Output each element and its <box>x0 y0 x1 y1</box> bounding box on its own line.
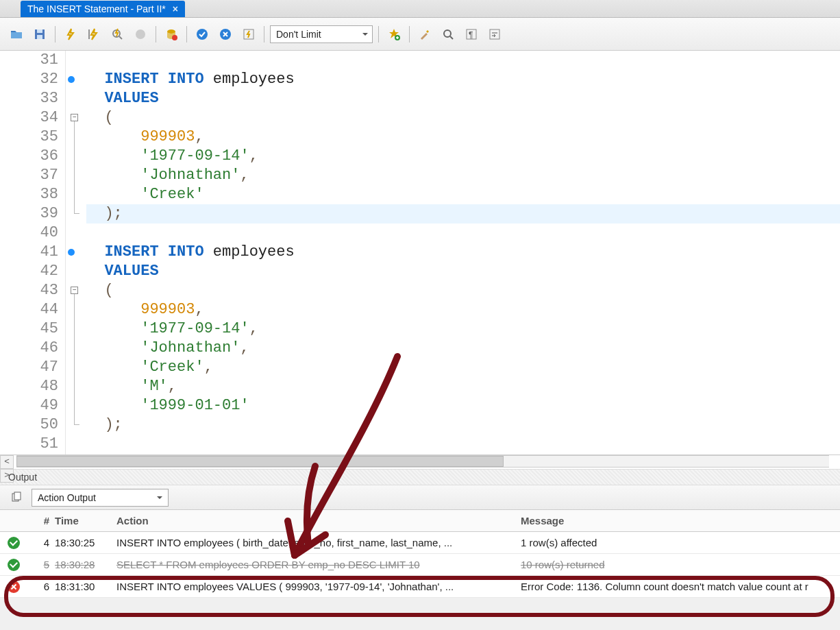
stop-icon[interactable] <box>131 25 150 44</box>
success-icon <box>8 559 20 571</box>
apply-icon[interactable] <box>193 25 212 44</box>
toolbar-separator <box>378 26 379 43</box>
col-message: Message <box>521 515 840 526</box>
sql-editor[interactable]: 3132333435363738394041424344454647484950… <box>0 51 840 455</box>
output-panel-label: Output <box>0 469 840 485</box>
save-icon[interactable] <box>30 25 49 44</box>
limit-select[interactable]: Don't Limit <box>270 25 373 43</box>
svg-rect-16 <box>14 492 21 500</box>
error-icon <box>8 581 20 593</box>
limit-value: Don't Limit <box>276 29 321 40</box>
output-row[interactable]: 418:30:25INSERT INTO employees ( birth_d… <box>0 532 840 554</box>
scrollbar-track[interactable] <box>16 455 829 468</box>
horizontal-scrollbar[interactable]: < > <box>0 455 840 469</box>
svg-rect-1 <box>37 29 42 33</box>
svg-point-5 <box>167 29 175 34</box>
svg-point-4 <box>136 29 145 39</box>
scroll-left-icon[interactable]: < <box>0 455 14 469</box>
output-grid-body: 418:30:25INSERT INTO employees ( birth_d… <box>0 532 840 598</box>
output-mode-select[interactable]: Action Output <box>32 489 169 507</box>
search-icon[interactable] <box>438 25 458 44</box>
col-index: # <box>27 515 55 526</box>
svg-text:¶: ¶ <box>469 30 473 40</box>
line-gutter: 3132333435363738394041424344454647484950… <box>0 51 66 455</box>
tab-bar: The INSERT Statement - Part II* × <box>0 0 840 18</box>
paragraph-icon[interactable]: ¶ <box>462 25 481 44</box>
svg-rect-2 <box>37 35 42 39</box>
success-icon <box>8 537 20 549</box>
output-grid-header: # Time Action Message <box>0 510 840 532</box>
wrap-icon[interactable] <box>485 25 504 44</box>
scrollbar-thumb[interactable] <box>16 456 504 467</box>
open-icon[interactable] <box>7 25 26 44</box>
toolbar-separator <box>156 26 156 43</box>
col-time: Time <box>55 515 116 526</box>
output-row[interactable]: 618:31:30INSERT INTO employees VALUES ( … <box>0 576 840 598</box>
output-toolbar: Action Output <box>0 485 840 510</box>
toolbar-separator <box>55 26 55 43</box>
tab-title: The INSERT Statement - Part II* <box>27 1 166 17</box>
col-action: Action <box>116 515 521 526</box>
tab-active[interactable]: The INSERT Statement - Part II* × <box>21 1 185 17</box>
fold-column: −− <box>66 51 84 455</box>
commit-icon[interactable] <box>162 25 181 44</box>
svg-point-11 <box>444 30 451 37</box>
beautify-icon[interactable] <box>415 25 434 44</box>
svg-point-7 <box>197 29 208 40</box>
toolbar-separator <box>264 26 264 43</box>
cancel-icon[interactable] <box>216 25 235 44</box>
execute-icon[interactable] <box>61 25 80 44</box>
svg-point-6 <box>172 35 177 40</box>
output-row[interactable]: 518:30:28SELECT * FROM employees ORDER B… <box>0 554 840 576</box>
svg-rect-14 <box>490 29 499 39</box>
explain-icon[interactable] <box>108 25 127 44</box>
output-copy-icon[interactable] <box>7 488 26 507</box>
toolbar-separator <box>186 26 187 43</box>
execute-current-icon[interactable] <box>84 25 103 44</box>
close-icon[interactable]: × <box>173 1 178 17</box>
output-mode-value: Action Output <box>38 492 96 503</box>
favorite-icon[interactable] <box>384 25 404 44</box>
code-area[interactable]: INSERT INTO employees VALUES ( 999903, '… <box>84 51 840 455</box>
snippet-icon[interactable] <box>239 25 258 44</box>
toolbar: Don't Limit ¶ <box>0 18 840 51</box>
toolbar-separator <box>409 26 410 43</box>
